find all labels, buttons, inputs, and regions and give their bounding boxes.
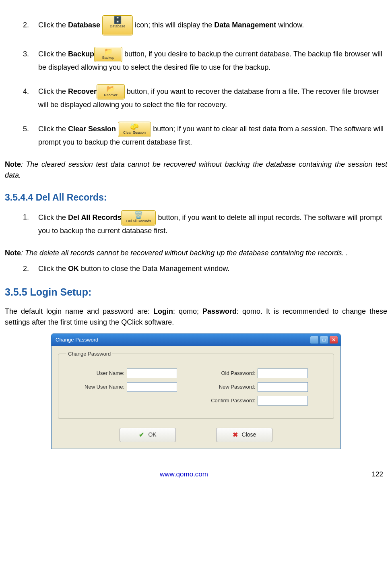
text-bold: Password [202, 307, 237, 315]
label-new-user-name: New User Name: [66, 383, 127, 391]
label-new-password: New Password: [197, 383, 258, 391]
dialog-titlebar: Change Password – □ ✕ [52, 334, 340, 346]
text: The default login name and password are: [5, 307, 153, 315]
text-bold: Login [153, 307, 173, 315]
text: Click the [38, 87, 68, 95]
text: Click the [38, 21, 68, 29]
text: Click the [38, 125, 68, 133]
text: Click the [38, 213, 68, 221]
list-item: Click the Clear Session 🧽Clear Session b… [31, 122, 387, 148]
dialog-title: Change Password [56, 336, 98, 344]
minimize-button[interactable]: – [310, 336, 319, 344]
text-bold: Recover [68, 87, 97, 95]
list-item: Click the Database 🗄️Database icon; this… [31, 15, 387, 35]
text-bold: Data Management [214, 21, 276, 29]
change-password-dialog: Change Password – □ ✕ Change Password Us… [51, 333, 341, 449]
recover-icon: 📂Recover [97, 84, 125, 99]
close-dialog-button[interactable]: ✖ Close [216, 428, 272, 442]
note-text: Note: The cleared session test data cann… [5, 159, 387, 181]
text-bold: OK [68, 265, 79, 273]
login-intro: The default login name and password are:… [5, 306, 387, 328]
text-bold: Database [68, 21, 100, 29]
close-button-label: Close [242, 431, 256, 439]
footer-link[interactable]: www.qomo.com [5, 469, 363, 480]
backup-icon: 📁Backup [94, 47, 122, 62]
new-password-field[interactable] [258, 382, 308, 392]
new-user-name-field[interactable] [127, 382, 177, 392]
ok-button-label: OK [148, 431, 156, 439]
text: : qomo; [173, 307, 202, 315]
close-button[interactable]: ✕ [329, 336, 338, 344]
note-label: Note [5, 160, 21, 168]
label-old-password: Old Password: [197, 369, 258, 377]
confirm-password-field[interactable] [258, 396, 308, 406]
text: Click the [38, 50, 68, 58]
list-item: Click the Del All Records🗑️Del All Recor… [31, 210, 387, 236]
text-bold: Backup [68, 50, 94, 58]
ok-button[interactable]: ✔ OK [120, 428, 176, 442]
note-label: Note [5, 249, 21, 257]
database-icon: 🗄️Database [102, 15, 133, 35]
check-icon: ✔ [139, 430, 144, 440]
page-number: 122 [363, 469, 387, 480]
text-bold: Del All Records [68, 213, 121, 221]
old-password-field[interactable] [258, 368, 308, 378]
fieldset-change-password: Change Password User Name: Old Password:… [58, 350, 334, 419]
list-item: Click the Recover📂Recover button, if you… [31, 84, 387, 110]
text: icon; this will display the [135, 21, 214, 29]
note-text: Note: The delete all records cannot be r… [5, 248, 387, 259]
note-body: : The delete all records cannot be recov… [21, 249, 348, 257]
heading-login-setup: 3.5.5 Login Setup: [5, 285, 387, 300]
text: button to close the Data Management wind… [79, 265, 229, 273]
text: Click the [38, 265, 68, 273]
user-name-field[interactable] [127, 368, 177, 378]
maximize-button[interactable]: □ [320, 336, 328, 344]
text: window. [276, 21, 304, 29]
text-bold: Clear Session [68, 125, 116, 133]
list-item: Click the OK button to close the Data Ma… [31, 263, 387, 274]
close-icon: ✖ [233, 430, 238, 440]
list-item: Click the Backup📁Backup button, if you d… [31, 47, 387, 73]
del-all-records-icon: 🗑️Del All Records [121, 210, 156, 226]
fieldset-legend: Change Password [66, 350, 112, 358]
note-body: : The cleared session test data cannot b… [5, 160, 387, 179]
label-confirm-password: Confirm Password: [197, 397, 258, 405]
heading-del-all-records: 3.5.4.4 Del All Records: [5, 190, 387, 205]
label-user-name: User Name: [66, 369, 127, 377]
clear-session-icon: 🧽Clear Session [118, 122, 151, 137]
